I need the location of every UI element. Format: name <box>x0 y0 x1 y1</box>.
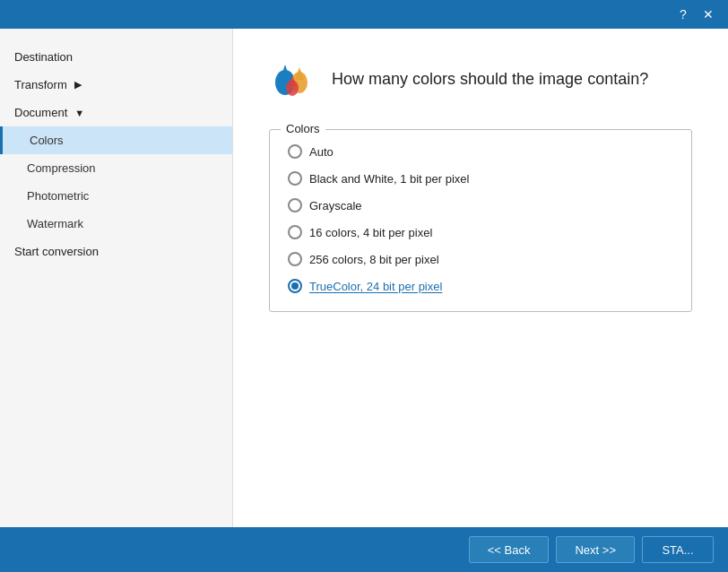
radio-option-truecolor[interactable]: TrueColor, 24 bit per pixel <box>288 279 673 293</box>
next-button[interactable]: Next >> <box>556 536 635 563</box>
sidebar-item-watermark[interactable]: Watermark <box>0 210 232 238</box>
help-button[interactable]: ? <box>671 4 696 24</box>
radio-option-auto[interactable]: Auto <box>288 144 673 159</box>
chevron-icon: ▶ <box>74 79 82 91</box>
colors-legend: Colors <box>281 122 325 135</box>
radio-circle-bw <box>288 171 302 186</box>
radio-label-16colors: 16 colors, 4 bit per pixel <box>309 226 432 239</box>
sidebar-item-photometric[interactable]: Photometric <box>0 182 232 210</box>
chevron-icon: ▼ <box>74 108 84 118</box>
title-bar: ? ✕ <box>0 0 728 29</box>
sidebar-item-transform[interactable]: Transform▶ <box>0 71 232 99</box>
footer: << Back Next >> STA... <box>0 527 728 572</box>
sidebar-item-colors[interactable]: Colors <box>0 126 232 154</box>
radio-label-grayscale: Grayscale <box>309 199 362 212</box>
radio-options-container: AutoBlack and White, 1 bit per pixelGray… <box>288 144 673 293</box>
content-area: How many colors should the image contain… <box>233 29 728 527</box>
sidebar-item-compression[interactable]: Compression <box>0 154 232 182</box>
back-button[interactable]: << Back <box>469 536 550 563</box>
start-button[interactable]: STA... <box>642 536 714 563</box>
sidebar: DestinationTransform▶Document▼ColorsComp… <box>0 29 233 527</box>
radio-label-auto: Auto <box>309 145 334 159</box>
radio-option-bw[interactable]: Black and White, 1 bit per pixel <box>288 171 673 186</box>
radio-label-bw: Black and White, 1 bit per pixel <box>309 172 469 186</box>
page-title: How many colors should the image contain… <box>332 70 648 89</box>
radio-circle-truecolor <box>288 279 302 293</box>
content-header: How many colors should the image contain… <box>269 56 692 102</box>
colors-group-box: Colors AutoBlack and White, 1 bit per pi… <box>269 129 692 312</box>
radio-option-256colors[interactable]: 256 colors, 8 bit per pixel <box>288 252 673 266</box>
radio-circle-grayscale <box>288 198 302 212</box>
sidebar-item-start-conversion[interactable]: Start conversion <box>0 238 232 265</box>
radio-option-grayscale[interactable]: Grayscale <box>288 198 673 212</box>
radio-label-256colors: 256 colors, 8 bit per pixel <box>309 253 439 266</box>
radio-label-truecolor: TrueColor, 24 bit per pixel <box>309 280 442 293</box>
sidebar-item-document[interactable]: Document▼ <box>0 99 232 126</box>
radio-circle-16colors <box>288 225 302 239</box>
radio-circle-256colors <box>288 252 302 266</box>
color-drops-icon <box>269 56 316 102</box>
radio-option-16colors[interactable]: 16 colors, 4 bit per pixel <box>288 225 673 239</box>
main-area: DestinationTransform▶Document▼ColorsComp… <box>0 29 728 527</box>
radio-circle-auto <box>288 144 302 159</box>
sidebar-item-destination[interactable]: Destination <box>0 43 232 71</box>
close-button[interactable]: ✕ <box>696 4 721 24</box>
